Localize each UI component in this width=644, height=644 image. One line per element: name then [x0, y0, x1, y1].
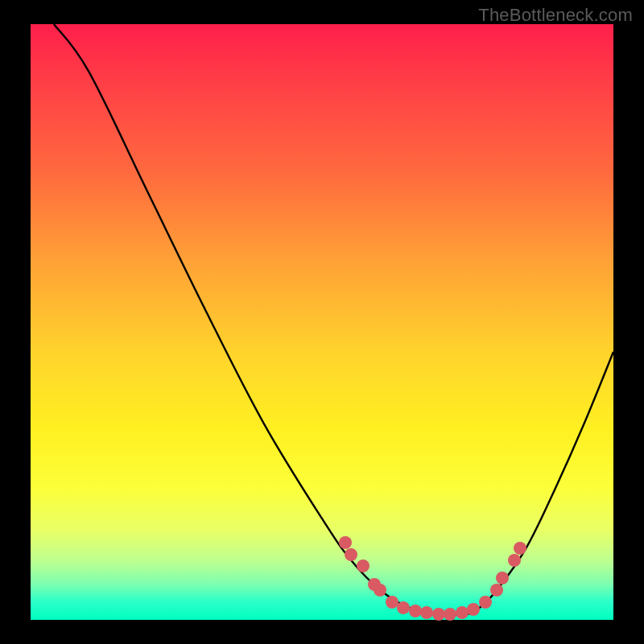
data-dot [345, 548, 357, 561]
bottleneck-curve [31, 24, 613, 620]
data-dot [479, 596, 492, 609]
data-dot [357, 559, 369, 572]
chart-frame: TheBottleneck.com [0, 0, 644, 644]
plot-area [31, 24, 613, 620]
data-dot [339, 536, 352, 549]
data-dot [467, 603, 480, 616]
data-dot [508, 554, 521, 567]
watermark-text: TheBottleneck.com [478, 5, 633, 26]
curve-path [54, 24, 613, 615]
data-dot [444, 608, 456, 621]
